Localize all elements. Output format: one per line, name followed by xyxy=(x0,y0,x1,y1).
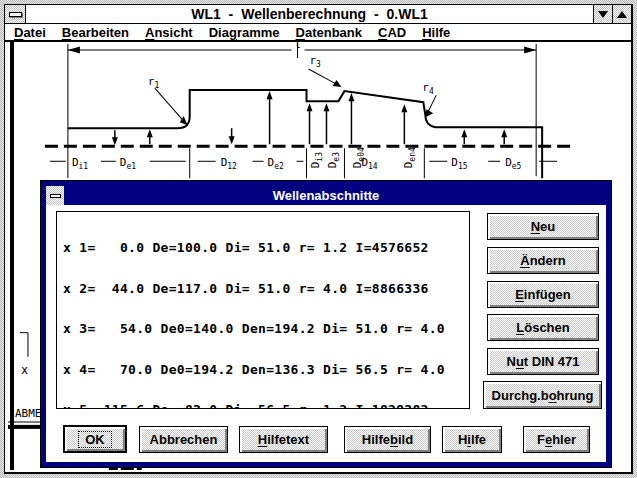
drawing-frame-line xyxy=(10,42,14,470)
menu-datenbank[interactable]: Datenbank xyxy=(296,25,362,40)
dialog-title-bar[interactable]: Wellenabschnitte xyxy=(46,186,606,205)
menu-bearbeiten[interactable]: Bearbeiten xyxy=(62,25,129,40)
r1-label: r1 xyxy=(148,75,160,90)
minimize-button[interactable] xyxy=(593,5,612,23)
axis-marker xyxy=(20,333,28,357)
menu-diagramme[interactable]: Diagramme xyxy=(209,25,280,40)
control-menu-button[interactable] xyxy=(5,5,26,23)
title-bar: WL1 - Wellenberechnung - 0.WL1 xyxy=(5,5,631,24)
length-label: l xyxy=(295,42,302,51)
menu-hilfe[interactable]: Hilfe xyxy=(422,25,450,40)
dim-arrow-left xyxy=(68,47,80,54)
list-item[interactable]: x 2= 44.0 De=117.0 Di= 51.0 r= 4.0 I=886… xyxy=(63,282,463,296)
menu-cad[interactable]: CAD xyxy=(378,25,406,40)
r3-arrowhead xyxy=(332,80,341,87)
label-de2: De2 xyxy=(268,156,284,171)
r4-label: r4 xyxy=(422,81,434,96)
label-den4: Den4 xyxy=(402,147,417,168)
length-dimension xyxy=(68,43,536,178)
label-di3: Di3 xyxy=(310,152,325,168)
nut-din-471-button[interactable]: Nut DIN 471 xyxy=(487,348,599,375)
ok-button[interactable]: OK xyxy=(63,425,127,453)
dim-arrow-right xyxy=(524,47,536,54)
sections-listbox[interactable]: x 1= 0.0 De=100.0 Di= 51.0 r= 1.2 I=4576… xyxy=(56,211,470,409)
label-di1: Di1 xyxy=(72,156,88,171)
label-de1: De1 xyxy=(120,156,136,171)
clipped-drawing-text: ABME xyxy=(15,407,41,420)
radius-leaders xyxy=(155,69,437,121)
label-de3: De3 xyxy=(326,152,341,168)
fehler-button[interactable]: Fehler xyxy=(523,426,590,453)
maximize-button[interactable] xyxy=(612,5,631,23)
maximize-icon xyxy=(617,11,627,18)
axis-label: x xyxy=(21,363,28,377)
label-di2: D12 xyxy=(221,156,237,171)
loeschen-button[interactable]: Löschen xyxy=(487,314,599,341)
desktop: WL1 - Wellenberechnung - 0.WL1 Datei Bea… xyxy=(0,0,637,478)
menu-ansicht[interactable]: Ansicht xyxy=(145,25,193,40)
list-item[interactable]: x 1= 0.0 De=100.0 Di= 51.0 r= 1.2 I=4576… xyxy=(63,241,463,255)
list-item[interactable]: x 4= 70.0 De0=194.2 Den=136.3 Di= 56.5 r… xyxy=(63,363,463,377)
list-item[interactable]: x 5= 115.6 De= 83.0 Di= 56.5 r= 1.2 I=18… xyxy=(63,403,463,409)
list-item[interactable]: x 3= 54.0 De0=140.0 Den=194.2 Di= 51.0 r… xyxy=(63,322,463,336)
dialog-body: x 1= 0.0 De=100.0 Di= 51.0 r= 1.2 I=4576… xyxy=(46,205,606,462)
shaft-profile xyxy=(68,90,542,178)
aendern-button[interactable]: Ändern xyxy=(487,247,599,274)
r4-arrowhead xyxy=(425,109,433,117)
window-title: WL1 - Wellenberechnung - 0.WL1 xyxy=(26,5,593,23)
hilfe-button[interactable]: Hilfe xyxy=(442,426,502,453)
dialog-control-menu-icon xyxy=(50,194,61,198)
frame-rule-thick xyxy=(8,425,41,429)
dialog-control-menu-button[interactable] xyxy=(46,186,64,205)
label-di5: D15 xyxy=(451,156,467,171)
durchgangsbohrung-button[interactable]: Durchg.bohrung xyxy=(483,381,602,409)
minimize-icon xyxy=(598,11,608,18)
r3-label: r3 xyxy=(310,54,322,69)
einfuegen-button[interactable]: Einfügen xyxy=(487,281,599,308)
abbrechen-button[interactable]: Abbrechen xyxy=(139,426,228,453)
dialog-title: Wellenabschnitte xyxy=(64,186,588,205)
hilfebild-button[interactable]: Hilfebild xyxy=(344,426,431,453)
menu-datei[interactable]: Datei xyxy=(14,25,46,40)
neu-button[interactable]: Neu xyxy=(487,213,599,240)
wellenabschnitte-dialog: Wellenabschnitte x 1= 0.0 De=100.0 Di= 5… xyxy=(41,181,611,467)
control-menu-icon xyxy=(9,12,22,17)
menu-bar: Datei Bearbeiten Ansicht Diagramme Daten… xyxy=(5,24,631,42)
hilfetext-button[interactable]: Hilfetext xyxy=(239,426,328,453)
label-de5: De5 xyxy=(505,156,521,171)
label-de04: De04 xyxy=(351,147,366,168)
